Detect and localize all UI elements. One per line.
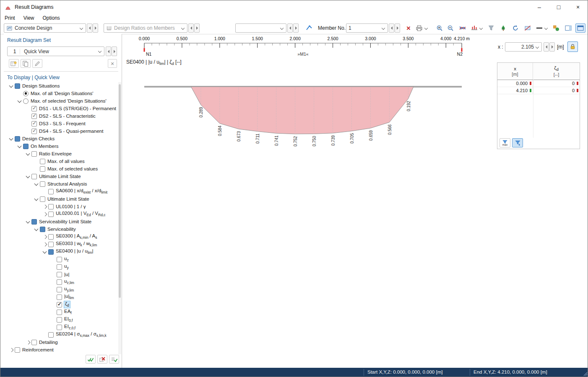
checkbox[interactable]: [57, 317, 62, 323]
minimize-button[interactable]: –: [530, 0, 549, 14]
tree-item[interactable]: SE0400 | |u / ulim|: [4, 248, 118, 256]
secondary-prev-button[interactable]: [287, 23, 293, 33]
refresh-button[interactable]: [510, 23, 520, 33]
result-type-combo[interactable]: Design Ratios on Members: [104, 23, 187, 33]
expander-icon[interactable]: [42, 249, 48, 255]
checkbox[interactable]: [31, 174, 37, 179]
edit-set-button[interactable]: [32, 59, 42, 68]
member-prev-button[interactable]: [389, 23, 394, 33]
tree-item[interactable]: uz,lim: [4, 278, 118, 286]
checkbox[interactable]: [48, 332, 54, 338]
set-prev-button[interactable]: [106, 46, 111, 56]
checkbox[interactable]: [48, 212, 54, 217]
close-button[interactable]: ×: [568, 0, 588, 14]
tree-item[interactable]: SE0204 | σs,max / σs,lim,k: [4, 331, 118, 338]
apply-checks-button[interactable]: [109, 355, 119, 364]
menu-view[interactable]: View: [19, 15, 39, 21]
filter-max-button[interactable]: max: [500, 138, 510, 147]
tree-item[interactable]: Ultimate Limit State: [4, 173, 118, 180]
set-next-button[interactable]: [112, 46, 117, 56]
result-type-next-button[interactable]: [194, 23, 200, 33]
dock-button[interactable]: [575, 23, 585, 33]
radio-button[interactable]: [23, 98, 29, 104]
secondary-combo[interactable]: [235, 23, 286, 33]
tree-item[interactable]: Design Checks: [4, 135, 118, 142]
radio-button[interactable]: [23, 91, 29, 96]
checkbox[interactable]: [48, 204, 54, 209]
expander-icon[interactable]: [16, 98, 23, 104]
tree-item[interactable]: DS1 - ULS (STR/GEO) - Permanent ...: [4, 105, 118, 112]
tree-item[interactable]: ζd: [4, 301, 118, 308]
print-button[interactable]: [415, 23, 429, 33]
expander-icon[interactable]: [42, 241, 48, 247]
tree-item[interactable]: Serviceability Limit State: [4, 218, 118, 225]
member-no-combo[interactable]: 1: [346, 23, 388, 33]
checkbox[interactable]: [31, 106, 37, 111]
tree-item[interactable]: DS4 - SLS - Quasi-permanent: [4, 127, 118, 135]
panel-button[interactable]: [563, 23, 573, 33]
checkbox[interactable]: [40, 181, 45, 187]
maximize-button[interactable]: □: [549, 0, 568, 14]
display-properties-button[interactable]: [551, 23, 561, 33]
filter-button[interactable]: [486, 23, 496, 33]
expander-icon[interactable]: [16, 143, 23, 149]
menu-print[interactable]: Print: [0, 15, 19, 21]
x-position-combo[interactable]: 2.105: [505, 42, 542, 52]
tree-item[interactable]: Serviceability: [4, 225, 118, 233]
tree-item[interactable]: Design Situations: [4, 82, 118, 90]
checkbox[interactable]: [57, 287, 62, 292]
checkbox[interactable]: [48, 234, 54, 240]
select-all-checks-button[interactable]: [86, 355, 96, 364]
tree-item[interactable]: UL0200.01 | VEd / VRd,c: [4, 210, 118, 218]
pick-member-button[interactable]: [304, 23, 314, 33]
checkbox[interactable]: [48, 242, 54, 247]
filter-extremes-button[interactable]: [512, 138, 523, 147]
checkbox[interactable]: [23, 144, 29, 149]
clip-button[interactable]: [523, 23, 533, 33]
tree-item[interactable]: uz: [4, 256, 118, 263]
checkbox[interactable]: [57, 279, 62, 285]
expander-icon[interactable]: [25, 173, 31, 179]
clear-set-button[interactable]: ×: [108, 59, 117, 68]
expander-icon[interactable]: [25, 151, 31, 157]
result-values-button[interactable]: [470, 23, 484, 33]
diagram-set-combo[interactable]: 1 Quick View: [7, 46, 104, 56]
delete-result-diagram-button[interactable]: ✕: [404, 23, 413, 33]
tree-item[interactable]: Ratio Envelope: [4, 150, 118, 158]
tree-item[interactable]: SA0600 | x/dexist / x/dlimit: [4, 188, 118, 195]
checkbox[interactable]: [31, 219, 37, 225]
expander-icon[interactable]: [33, 226, 40, 232]
checkbox[interactable]: [31, 129, 37, 134]
checkbox[interactable]: [57, 264, 62, 270]
tree-item[interactable]: uy: [4, 263, 118, 271]
checkbox[interactable]: [57, 272, 62, 277]
zoom-out-button[interactable]: [446, 23, 455, 33]
checkbox[interactable]: [31, 340, 37, 345]
checkbox[interactable]: [40, 196, 45, 202]
tree-item[interactable]: DS3 - SLS - Frequent: [4, 120, 118, 127]
tree-item[interactable]: On Members: [4, 142, 118, 150]
checkbox[interactable]: [40, 227, 45, 232]
copy-set-button[interactable]: [21, 59, 31, 68]
tree-item[interactable]: |u|: [4, 271, 118, 278]
checkbox[interactable]: [57, 294, 62, 300]
x-prev-button[interactable]: [544, 42, 549, 52]
tree-item[interactable]: uy,lim: [4, 286, 118, 293]
scrollbar-thumb[interactable]: [119, 84, 121, 298]
menu-options[interactable]: Options: [38, 15, 64, 21]
results-display-button[interactable]: [458, 23, 468, 33]
expander-icon[interactable]: [42, 211, 48, 217]
x-next-button[interactable]: [549, 42, 555, 52]
expander-icon[interactable]: [8, 83, 15, 89]
checkbox[interactable]: [15, 136, 20, 142]
new-set-button[interactable]: [9, 59, 19, 68]
checkbox[interactable]: [40, 159, 45, 164]
tree-item[interactable]: |u|lim: [4, 293, 118, 301]
design-case-next-button[interactable]: [93, 23, 98, 33]
lock-x-button[interactable]: [567, 41, 578, 52]
tree-item[interactable]: DS2 - SLS - Characteristic: [4, 112, 118, 120]
tree-item[interactable]: Max. of all values: [4, 158, 118, 165]
table-row[interactable]: 0.0000: [497, 80, 580, 87]
checkbox[interactable]: [40, 166, 45, 172]
checkbox[interactable]: [57, 257, 62, 262]
